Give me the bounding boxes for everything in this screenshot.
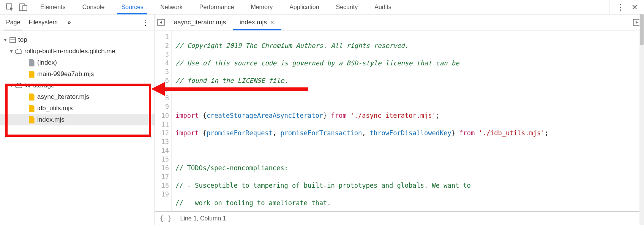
code-line: // Use of this source code is governed b… [175,59,459,67]
tab-application[interactable]: Application [281,0,327,14]
line-gutter: 12345678910111213141516171819 [155,30,172,211]
cloud-icon [14,49,23,54]
sources-navigator: Page Filesystem » ⋮ ▼ top ▼ rollup-buil [0,14,155,225]
code-content[interactable]: // Copyright 2019 The Chromium Authors. … [172,30,644,211]
file-tab-async-iterator[interactable]: async_iterator.mjs [167,14,233,30]
navigator-more-tabs-icon[interactable]: » [64,19,75,26]
t: promiseForTransaction [280,129,362,137]
t: import [175,112,199,119]
t: { [199,112,206,119]
tree-label: main-999ea7ab.mjs [36,70,94,78]
t: ; [545,129,548,137]
tab-memory[interactable]: Memory [242,0,281,14]
tree-label: (index) [36,59,57,67]
scrollbar-thumb[interactable] [640,30,644,45]
device-toggle-icon[interactable] [19,3,27,11]
t: from [459,129,475,137]
open-file-tabs: async_iterator.mjs index.mjs ✕ [155,14,644,30]
editor-scrollbar[interactable] [639,30,644,211]
chevron-down-icon: ▼ [8,49,14,54]
tree-item-top[interactable]: ▼ top [0,34,155,46]
t: , [362,129,369,137]
t: from [331,112,346,119]
cursor-position: Line 1, Column 1 [180,215,226,222]
tab-elements[interactable]: Elements [32,0,74,14]
tree-label: top [17,36,27,44]
tab-sources[interactable]: Sources [113,0,152,14]
tab-security[interactable]: Security [327,0,366,14]
devtools-top-tabs: Elements Console Sources Network Perform… [0,0,644,14]
navigator-tab-filesystem[interactable]: Filesystem [26,14,63,30]
t: './async_iterator.mjs' [346,112,436,119]
close-tab-icon[interactable]: ✕ [270,19,275,25]
code-editor-panel: async_iterator.mjs index.mjs ✕ 123456789… [155,14,644,225]
t: ; [436,112,440,119]
code-line: // found in the LICENSE file. [175,77,288,84]
t: createStorageAreaAsyncIterator [207,112,323,119]
t: import [175,129,199,137]
file-tree: ▼ top ▼ rollup-built-in-modules.glitch.m… [0,30,155,225]
tree-item-domain[interactable]: ▼ rollup-built-in-modules.glitch.me [0,46,155,57]
t: { [199,129,206,137]
code-line: // - Susceptible to tampering of built-i… [175,182,471,189]
chevron-down-icon: ▼ [8,83,14,88]
navigator-tab-strip: Page Filesystem » ⋮ [0,14,155,30]
pretty-print-icon[interactable]: { } [159,214,172,222]
file-page-icon [27,59,36,67]
kebab-menu-icon[interactable]: ⋮ [616,2,625,12]
file-tab-index-mjs[interactable]: index.mjs ✕ [233,14,281,30]
t: './idb_utils.mjs' [475,129,545,137]
svg-rect-2 [23,5,27,11]
tree-label: idb_utils.mjs [36,105,73,112]
tree-label: rollup-built-in-modules.glitch.me [23,48,115,55]
tree-label: index.mjs [36,116,65,124]
tab-network[interactable]: Network [152,0,191,14]
close-devtools-icon[interactable]: ✕ [631,3,638,12]
file-tab-label: index.mjs [240,19,267,26]
file-mjs-icon [27,71,36,78]
toggle-navigator-icon[interactable] [155,19,167,26]
tree-label: async_iterator.mjs [36,93,89,101]
t: , [273,129,280,137]
tree-item-idb-utils[interactable]: idb_utils.mjs [0,103,155,114]
chevron-down-icon: ▼ [2,37,8,43]
svg-rect-3 [10,38,16,43]
t: promiseForRequest [207,129,273,137]
file-mjs-icon [27,105,36,112]
main-tab-strip: Elements Console Sources Network Perform… [32,0,400,14]
file-mjs-icon [27,116,36,124]
tree-item-index-mjs[interactable]: index.mjs [0,114,155,125]
file-tab-label: async_iterator.mjs [174,19,226,26]
t: } [451,129,459,137]
status-bar: { } Line 1, Column 1 [155,211,644,225]
cloud-icon [14,83,23,88]
navigator-tab-page[interactable]: Page [4,14,26,30]
code-editor[interactable]: 12345678910111213141516171819 // Copyrig… [155,30,644,211]
svg-marker-8 [636,21,638,24]
tab-console[interactable]: Console [74,0,113,14]
t: throwForDisallowedKey [370,129,451,137]
tree-item-async-iterator[interactable]: async_iterator.mjs [0,91,155,103]
file-mjs-icon [27,93,36,101]
svg-marker-6 [160,21,162,24]
frame-icon [8,37,17,43]
code-line: // TODOs/spec-noncompliances: [175,164,288,172]
tree-label: kv-storage [23,82,54,89]
tab-performance[interactable]: Performance [191,0,243,14]
navigator-options-icon[interactable]: ⋮ [136,19,155,26]
tree-item-main-bundle[interactable]: main-999ea7ab.mjs [0,68,155,80]
tree-item-index-page[interactable]: (index) [0,57,155,68]
tree-item-kv-storage[interactable]: ▼ kv-storage [0,80,155,91]
code-line: // Copyright 2019 The Chromium Authors. … [175,42,409,49]
tab-audits[interactable]: Audits [366,0,399,14]
code-line: // work on tooling to ameliorate that. [175,199,331,207]
inspect-icon[interactable] [6,3,14,11]
t: } [323,112,331,119]
